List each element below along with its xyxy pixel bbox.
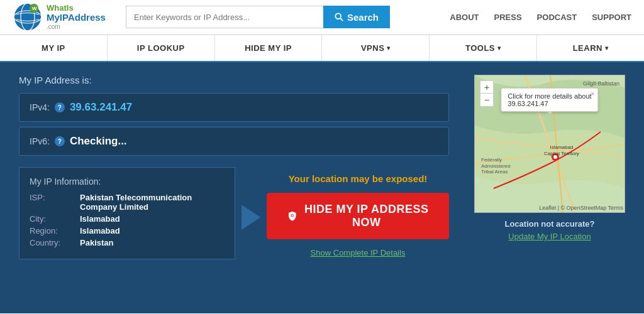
city-key: City: xyxy=(30,214,74,224)
search-button[interactable]: Search xyxy=(323,6,390,28)
map-tribal-label: FederallyAdministeredTribal Areas xyxy=(481,157,511,175)
arrow-connector xyxy=(235,205,267,230)
nav-vpns[interactable]: VPNS ▾ xyxy=(322,35,430,61)
logo[interactable]: W WhatIs MyIPAddress .com xyxy=(13,2,113,32)
show-details-link[interactable]: Show Complete IP Details xyxy=(311,248,406,257)
ipv6-help-icon[interactable]: ? xyxy=(55,136,65,146)
map-zoom-in-button[interactable]: + xyxy=(480,81,493,94)
isp-key: ISP: xyxy=(30,193,74,212)
bottom-section: My IP Information: ISP: Pakistan Telecom… xyxy=(19,167,449,259)
learn-arrow-icon: ▾ xyxy=(605,45,609,51)
update-location-link[interactable]: Update My IP Location xyxy=(508,232,591,241)
map-zoom-out-button[interactable]: − xyxy=(480,94,493,106)
map-gilgit-label: Gilgit-Baltistan xyxy=(583,80,619,87)
nav-about[interactable]: ABOUT xyxy=(450,13,479,22)
map-section: Gilgit-Baltistan IslamabadCapital Territ… xyxy=(474,75,625,259)
ipv6-label: IPv6: xyxy=(30,136,50,146)
ip-info-box: My IP Information: ISP: Pakistan Telecom… xyxy=(19,167,235,259)
country-key: Country: xyxy=(30,238,74,247)
location-accuracy: Location not accurate? Update My IP Loca… xyxy=(474,219,625,241)
map-tooltip-line1: Click for more details about xyxy=(508,92,591,100)
location-warning: Your location may be exposed! xyxy=(289,173,428,184)
ip-info-title: My IP Information: xyxy=(30,176,225,187)
ipv4-label: IPv4: xyxy=(30,102,50,112)
search-input[interactable] xyxy=(126,6,323,28)
top-nav: ABOUT PRESS PODCAST SUPPORT xyxy=(450,13,631,22)
nav-podcast[interactable]: PODCAST xyxy=(537,13,577,22)
location-accuracy-label: Location not accurate? xyxy=(474,219,625,229)
vpns-arrow-icon: ▾ xyxy=(387,45,391,51)
region-val: Islamabad xyxy=(80,226,120,236)
nav-my-ip[interactable]: MY IP xyxy=(0,35,108,61)
search-icon xyxy=(335,13,343,21)
country-row: Country: Pakistan xyxy=(30,238,225,247)
shield-icon xyxy=(287,209,298,223)
logo-whatis: WhatIs xyxy=(47,4,106,13)
header: W WhatIs MyIPAddress .com Search ABOUT P… xyxy=(0,0,644,35)
country-val: Pakistan xyxy=(80,238,113,247)
hide-ip-button[interactable]: HIDE MY IP ADDRESS NOW xyxy=(267,193,449,239)
arrow-icon xyxy=(242,205,260,230)
isp-val: Pakistan Telecommunication Company Limit… xyxy=(80,193,225,212)
nav-press[interactable]: PRESS xyxy=(494,13,522,22)
map-container[interactable]: Gilgit-Baltistan IslamabadCapital Territ… xyxy=(474,75,625,213)
svg-line-7 xyxy=(340,18,343,21)
region-key: Region: xyxy=(30,226,74,236)
logo-myip: MyIPAddress xyxy=(47,13,106,23)
map-attribution: Leaflet | © OpenStreetMap Terms xyxy=(539,205,623,211)
nav-ip-lookup[interactable]: IP LOOKUP xyxy=(108,35,215,61)
main-nav: MY IP IP LOOKUP HIDE MY IP VPNS ▾ TOOLS … xyxy=(0,35,644,62)
city-row: City: Islamabad xyxy=(30,214,225,224)
ipv6-box: IPv6: ? Checking... xyxy=(19,127,449,156)
nav-hide-my-ip[interactable]: HIDE MY IP xyxy=(215,35,323,61)
map-tooltip-ip: 39.63.241.47 xyxy=(508,100,591,107)
region-row: Region: Islamabad xyxy=(30,226,225,236)
map-tooltip: × Click for more details about 39.63.241… xyxy=(501,88,598,112)
content-area: My IP Address is: IPv4: ? 39.63.241.47 I… xyxy=(0,62,644,313)
ipv4-value[interactable]: 39.63.241.47 xyxy=(70,101,132,114)
hide-ip-section: Your location may be exposed! HIDE MY IP… xyxy=(267,167,449,257)
svg-point-6 xyxy=(335,13,341,19)
globe-icon: W xyxy=(13,2,43,32)
ip-section: My IP Address is: IPv4: ? 39.63.241.47 I… xyxy=(19,75,625,259)
map-zoom-controls: + − xyxy=(480,80,494,107)
my-ip-label: My IP Address is: xyxy=(19,75,449,85)
logo-com: .com xyxy=(47,23,106,30)
svg-text:W: W xyxy=(32,6,37,11)
ip-left: My IP Address is: IPv4: ? 39.63.241.47 I… xyxy=(19,75,449,259)
isp-row: ISP: Pakistan Telecommunication Company … xyxy=(30,193,225,212)
tools-arrow-icon: ▾ xyxy=(497,45,501,51)
nav-learn[interactable]: LEARN ▾ xyxy=(537,35,644,61)
logo-text: WhatIs MyIPAddress .com xyxy=(47,4,106,30)
map-islamabad-label: IslamabadCapital Territory xyxy=(544,144,579,156)
ipv4-help-icon[interactable]: ? xyxy=(55,102,65,112)
ipv6-value: Checking... xyxy=(70,135,127,148)
map-tooltip-close[interactable]: × xyxy=(591,90,594,97)
search-area: Search xyxy=(126,6,390,28)
ipv4-box: IPv4: ? 39.63.241.47 xyxy=(19,93,449,122)
nav-tools[interactable]: TOOLS ▾ xyxy=(430,35,537,61)
nav-support[interactable]: SUPPORT xyxy=(592,13,631,22)
city-val: Islamabad xyxy=(80,214,120,224)
